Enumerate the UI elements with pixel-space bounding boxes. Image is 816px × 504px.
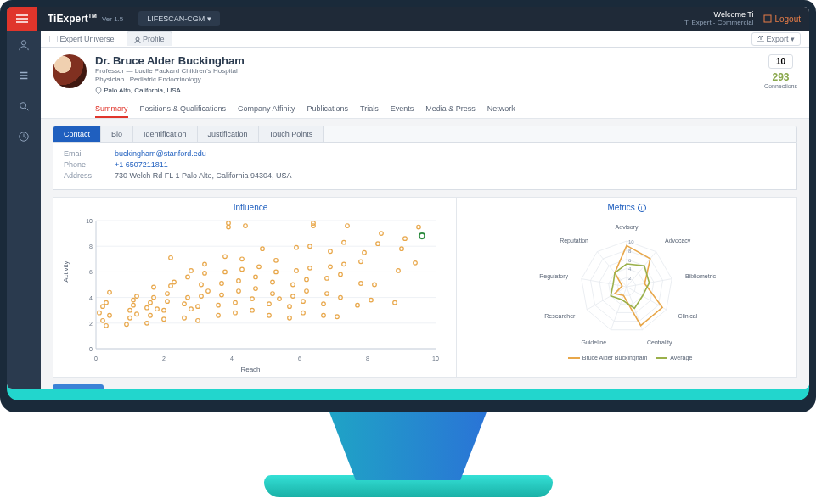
svg-text:Centrality: Centrality: [647, 339, 672, 346]
svg-point-72: [223, 255, 228, 259]
tab-media[interactable]: Media & Press: [425, 101, 476, 118]
svg-point-125: [369, 298, 374, 302]
svg-point-90: [271, 292, 275, 296]
nav-list-icon[interactable]: [18, 70, 30, 85]
activities-button[interactable]: Activities: [53, 384, 104, 389]
screen: TiExpertTM Ver 1.5 LIFESCAN-CGM ▾ Welcom…: [7, 7, 809, 389]
nav-search-icon[interactable]: [18, 100, 30, 115]
tab-profile[interactable]: Profile: [127, 31, 172, 46]
export-button[interactable]: Export ▾: [751, 32, 801, 46]
welcome-line-2: Ti Expert - Commercial: [684, 20, 754, 27]
svg-text:4: 4: [230, 356, 234, 361]
svg-point-104: [305, 277, 309, 282]
product-dropdown[interactable]: LIFESCAN-CGM ▾: [138, 11, 220, 26]
svg-text:10: 10: [628, 239, 634, 244]
svg-text:4: 4: [628, 266, 632, 272]
influence-chart: Influence Activity 02468100246810 Reach: [53, 198, 447, 377]
svg-point-89: [267, 302, 272, 306]
info-icon[interactable]: i: [638, 204, 646, 212]
logout-link[interactable]: Logout: [763, 14, 801, 24]
score-value: 10: [768, 54, 793, 69]
tab-publications[interactable]: Publications: [307, 101, 348, 118]
svg-point-113: [329, 265, 333, 269]
nav-clock-icon[interactable]: [18, 131, 30, 146]
subtab-identification[interactable]: Identification: [133, 126, 198, 142]
svg-point-91: [271, 280, 275, 284]
tab-trials[interactable]: Trials: [360, 101, 379, 118]
tab-positions[interactable]: Positions & Qualifications: [140, 101, 227, 118]
radar-plot: 246810AdvisoryAdvocacyBibliometricClinic…: [508, 216, 746, 351]
nav-user-icon[interactable]: [18, 39, 30, 54]
svg-text:4: 4: [89, 294, 93, 300]
svg-point-61: [196, 305, 200, 309]
logout-icon: [763, 14, 772, 23]
svg-point-120: [346, 224, 350, 228]
svg-point-41: [145, 305, 149, 310]
email-value[interactable]: buckingham@stanford.edu: [115, 149, 206, 158]
svg-text:Clinical: Clinical: [678, 313, 698, 319]
svg-point-51: [169, 283, 173, 288]
svg-text:10: 10: [432, 356, 439, 361]
svg-text:6: 6: [628, 257, 632, 262]
metrics-chart: Metrics i 246810AdvisoryAdvocacyBibliome…: [456, 198, 796, 377]
svg-point-75: [234, 311, 238, 315]
svg-text:2: 2: [89, 321, 93, 327]
svg-point-88: [267, 313, 272, 317]
scatter-plot: 02468100246810: [76, 216, 441, 364]
tab-expert-universe[interactable]: Expert Universe: [49, 35, 115, 43]
subtab-justification[interactable]: Justification: [198, 126, 259, 142]
svg-point-36: [132, 303, 136, 307]
subtab-contact[interactable]: Contact: [53, 126, 101, 142]
svg-point-98: [291, 283, 295, 287]
x-axis-label: Reach: [60, 366, 441, 373]
svg-point-87: [261, 247, 265, 251]
export-icon: [757, 36, 764, 42]
subtab-touchpoints[interactable]: Touch Points: [259, 126, 324, 142]
svg-text:Advisory: Advisory: [616, 224, 639, 231]
svg-point-74: [227, 221, 231, 226]
content-area: Expert Universe Profile Export ▾ Dr. Bru…: [41, 31, 809, 389]
svg-point-110: [322, 302, 326, 306]
svg-point-76: [234, 300, 238, 305]
svg-point-127: [376, 242, 380, 246]
avatar: [53, 54, 87, 88]
address-label: Address: [64, 171, 115, 180]
svg-point-128: [380, 232, 384, 236]
tab-company-affinity[interactable]: Company Affinity: [238, 101, 295, 118]
svg-point-65: [203, 262, 207, 266]
subtab-bio[interactable]: Bio: [101, 126, 133, 142]
svg-line-156: [611, 287, 627, 330]
svg-point-78: [237, 278, 241, 283]
svg-point-54: [183, 316, 187, 320]
svg-rect-0: [764, 15, 771, 22]
y-axis-label: Activity: [62, 261, 70, 283]
tab-network[interactable]: Network: [487, 101, 515, 118]
legend-series-1: Bruce Alder Buckingham: [582, 355, 648, 361]
svg-text:2: 2: [162, 356, 166, 361]
svg-point-121: [356, 303, 360, 307]
sub-tabs: Contact Bio Identification Justification…: [53, 126, 797, 143]
hamburger-button[interactable]: [7, 7, 37, 31]
person-specialty: Physician | Pediatric Endocrinology: [95, 76, 515, 84]
svg-point-43: [149, 313, 153, 317]
tab-summary[interactable]: Summary: [95, 101, 128, 118]
phone-value[interactable]: +1 6507211811: [115, 160, 168, 169]
svg-point-42: [149, 300, 153, 305]
svg-point-47: [162, 317, 166, 322]
svg-point-108: [312, 221, 316, 226]
tab-events[interactable]: Events: [391, 101, 414, 118]
svg-point-123: [359, 260, 363, 264]
svg-point-101: [301, 311, 306, 315]
breadcrumb-strip: Expert Universe Profile Export ▾: [41, 31, 809, 48]
svg-point-118: [342, 262, 346, 266]
contact-panel: Email buckingham@stanford.edu Phone +1 6…: [53, 143, 797, 190]
main-tabs: Summary Positions & Qualifications Compa…: [95, 101, 515, 118]
svg-point-103: [305, 289, 309, 294]
svg-point-38: [135, 312, 139, 316]
svg-point-32: [108, 290, 112, 294]
connections-value[interactable]: 293: [764, 71, 797, 83]
metrics-title: Metrics i: [464, 203, 790, 212]
monitor-mockup: TiExpertTM Ver 1.5 LIFESCAN-CGM ▾ Welcom…: [0, 0, 816, 497]
svg-marker-164: [615, 245, 662, 325]
svg-point-68: [217, 303, 221, 307]
